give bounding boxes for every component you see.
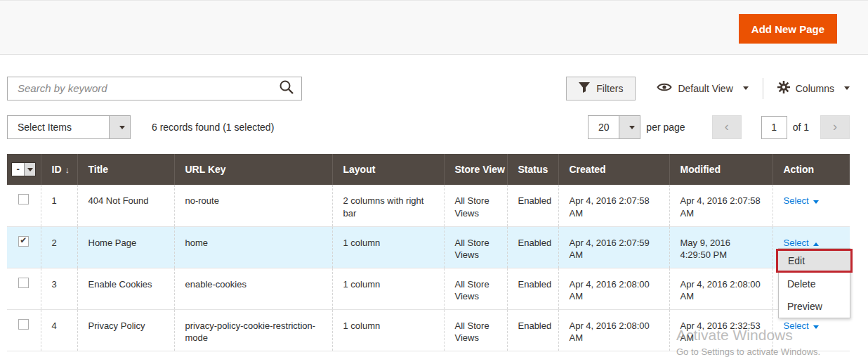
cell-url-key: privacy-policy-cookie-restriction-mode [174, 309, 332, 351]
chevron-down-icon [629, 126, 635, 129]
view-switcher-label: Default View [678, 83, 732, 94]
page-count-label: of 1 [793, 122, 809, 133]
column-header-status[interactable]: Status [507, 154, 558, 185]
mass-action-caret [109, 116, 130, 138]
search-submit-button[interactable] [275, 79, 298, 98]
cms-pages-grid: - ID↓ Title URL Key Layout Store View St… [7, 154, 850, 351]
cell-id: 2 [41, 226, 77, 268]
mass-action-label: Select Items [8, 116, 109, 138]
table-row: 4 Privacy Policy privacy-policy-cookie-r… [7, 309, 850, 351]
cell-title: 404 Not Found [77, 185, 174, 226]
columns-control[interactable]: Columns [777, 81, 850, 96]
chevron-down-icon [119, 126, 125, 129]
next-page-button[interactable]: › [820, 115, 850, 139]
row-action-label: Select [784, 195, 809, 206]
cell-id: 3 [41, 268, 77, 309]
row-select-cell [7, 226, 41, 268]
per-page-label: per page [646, 122, 685, 133]
add-new-page-button[interactable]: Add New Page [739, 14, 837, 44]
per-page-caret [619, 116, 640, 138]
action-caret-icon [813, 200, 819, 204]
grid-toolbar: Filters Default View [7, 76, 850, 100]
cell-status: Enabled [507, 268, 558, 309]
action-caret-icon [813, 325, 819, 329]
row-checkbox[interactable] [18, 319, 29, 330]
row-action-select[interactable]: Select [784, 238, 819, 248]
previous-page-button[interactable]: ‹ [712, 115, 742, 139]
column-header-created[interactable]: Created [558, 154, 669, 185]
mass-action-select[interactable]: Select Items [7, 115, 131, 139]
cell-status: Enabled [507, 309, 558, 351]
filters-button[interactable]: Filters [566, 77, 636, 100]
chevron-left-icon: ‹ [725, 119, 729, 134]
row-checkbox[interactable] [18, 236, 29, 247]
view-switcher[interactable]: Default View [657, 82, 748, 95]
eye-icon [657, 82, 672, 95]
cell-action: Select [772, 185, 850, 226]
filter-funnel-icon [579, 82, 590, 95]
select-all-caret [24, 163, 35, 176]
column-header-modified[interactable]: Modified [669, 154, 772, 185]
cell-url-key: home [174, 226, 332, 268]
grid-header-row: - ID↓ Title URL Key Layout Store View St… [7, 154, 850, 185]
column-header-label: ID [52, 164, 62, 175]
action-menu-item-edit[interactable]: Edit [776, 249, 853, 273]
per-page-value: 20 [588, 116, 619, 138]
table-row: 3 Enable Cookies enable-cookies 1 column… [7, 268, 850, 309]
search-input[interactable] [7, 77, 302, 100]
row-action-label: Select [784, 320, 809, 331]
action-caret-icon [813, 242, 819, 246]
cell-store-view: All Store Views [444, 185, 507, 226]
table-row: 2 Home Page home 1 column All Store View… [7, 226, 850, 268]
action-menu-item-preview[interactable]: Preview [779, 295, 850, 318]
cell-id: 1 [41, 185, 77, 226]
gear-icon [777, 81, 790, 96]
row-checkbox[interactable] [18, 194, 29, 205]
toolbar-divider [763, 78, 763, 99]
chevron-down-icon [844, 86, 850, 90]
row-checkbox[interactable] [18, 278, 29, 288]
cell-store-view: All Store Views [444, 268, 507, 309]
row-select-cell [7, 309, 41, 351]
cell-layout: 1 column [332, 309, 444, 351]
select-all-header: - [7, 154, 41, 185]
page-header-band: Add New Page [0, 0, 868, 55]
row-action-select[interactable]: Select [784, 195, 819, 206]
cell-store-view: All Store Views [444, 309, 507, 351]
column-header-layout[interactable]: Layout [332, 154, 444, 185]
cell-created: Apr 4, 2016 2:08:00 AM [558, 268, 669, 309]
cell-url-key: enable-cookies [174, 268, 332, 309]
cell-layout: 2 columns with right bar [332, 185, 444, 226]
column-header-title[interactable]: Title [77, 154, 174, 185]
column-header-action[interactable]: Action [772, 154, 850, 185]
row-action-label: Select [784, 238, 809, 248]
cell-modified: Apr 4, 2016 2:07:58 AM [669, 185, 772, 226]
columns-control-label: Columns [796, 83, 834, 94]
sort-desc-icon: ↓ [65, 164, 70, 175]
per-page-select[interactable]: 20 [588, 115, 640, 139]
column-header-store-view[interactable]: Store View [444, 154, 507, 185]
cell-created: Apr 4, 2016 2:08:00 AM [558, 309, 669, 351]
select-all-control[interactable]: - [11, 162, 36, 176]
cell-url-key: no-route [174, 185, 332, 226]
cell-title: Home Page [77, 226, 174, 268]
cell-modified: Apr 4, 2016 2:32:53 AM [669, 309, 772, 351]
grid-actions-bar: Select Items 6 records found (1 selected… [7, 115, 850, 139]
page-number-input[interactable] [761, 116, 787, 139]
column-header-url-key[interactable]: URL Key [174, 154, 332, 185]
chevron-right-icon: › [833, 119, 837, 134]
column-header-id[interactable]: ID↓ [41, 154, 77, 185]
filters-label: Filters [596, 83, 623, 94]
grid-view-controls: Filters Default View [566, 77, 850, 100]
chevron-down-icon [27, 168, 33, 171]
row-action-select[interactable]: Select [784, 320, 819, 331]
action-menu-item-delete[interactable]: Delete [779, 273, 850, 295]
cell-layout: 1 column [332, 226, 444, 268]
cell-modified: May 9, 2016 4:29:50 PM [669, 226, 772, 268]
search-icon [278, 87, 295, 98]
table-row: 1 404 Not Found no-route 2 columns with … [7, 185, 850, 226]
cell-status: Enabled [507, 185, 558, 226]
row-select-cell [7, 268, 41, 309]
cell-status: Enabled [507, 226, 558, 268]
cell-store-view: All Store Views [444, 226, 507, 268]
